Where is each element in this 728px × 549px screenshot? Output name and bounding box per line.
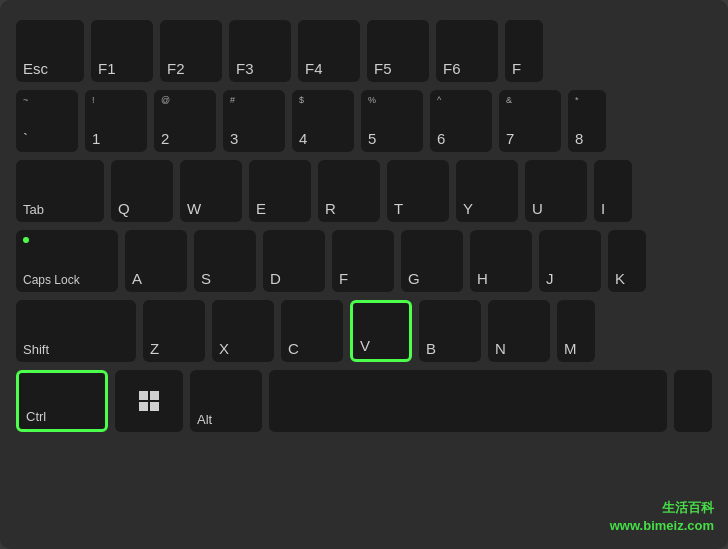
svg-rect-2	[139, 402, 148, 411]
key-m-partial[interactable]: M	[557, 300, 595, 362]
watermark: 生活百科 www.bimeiz.com	[610, 499, 714, 535]
key-2[interactable]: @ 2	[154, 90, 216, 152]
key-f7-partial[interactable]: F	[505, 20, 543, 82]
qwerty-key-row: Tab Q W E R T Y U I	[16, 160, 712, 222]
caps-lock-indicator	[23, 237, 29, 243]
key-f2[interactable]: F2	[160, 20, 222, 82]
key-f6[interactable]: F6	[436, 20, 498, 82]
key-f3[interactable]: F3	[229, 20, 291, 82]
key-x[interactable]: X	[212, 300, 274, 362]
key-f1[interactable]: F1	[91, 20, 153, 82]
key-4[interactable]: $ 4	[292, 90, 354, 152]
key-alt[interactable]: Alt	[190, 370, 262, 432]
key-tab[interactable]: Tab	[16, 160, 104, 222]
key-1[interactable]: ! 1	[85, 90, 147, 152]
key-backtick[interactable]: ~ `	[16, 90, 78, 152]
key-a[interactable]: A	[125, 230, 187, 292]
key-ctrl[interactable]: Ctrl	[16, 370, 108, 432]
key-e[interactable]: E	[249, 160, 311, 222]
watermark-line2: www.bimeiz.com	[610, 517, 714, 535]
key-y[interactable]: Y	[456, 160, 518, 222]
key-5[interactable]: % 5	[361, 90, 423, 152]
key-space[interactable]	[269, 370, 667, 432]
key-v[interactable]: V	[350, 300, 412, 362]
svg-rect-3	[150, 402, 159, 411]
key-r[interactable]: R	[318, 160, 380, 222]
key-3[interactable]: # 3	[223, 90, 285, 152]
key-caps-lock[interactable]: Caps Lock	[16, 230, 118, 292]
watermark-line1: 生活百科	[610, 499, 714, 517]
key-d[interactable]: D	[263, 230, 325, 292]
number-key-row: ~ ` ! 1 @ 2 # 3 $ 4 % 5 ^ 6 & 7	[16, 90, 712, 152]
asdf-key-row: Caps Lock A S D F G H J K	[16, 230, 712, 292]
bottom-key-row: Ctrl Alt	[16, 370, 712, 432]
key-8-partial[interactable]: * 8	[568, 90, 606, 152]
fn-key-row: Esc F1 F2 F3 F4 F5 F6 F	[16, 20, 712, 82]
key-c[interactable]: C	[281, 300, 343, 362]
key-7[interactable]: & 7	[499, 90, 561, 152]
key-i-partial[interactable]: I	[594, 160, 632, 222]
key-n[interactable]: N	[488, 300, 550, 362]
svg-rect-1	[150, 391, 159, 400]
key-u[interactable]: U	[525, 160, 587, 222]
key-6[interactable]: ^ 6	[430, 90, 492, 152]
key-z[interactable]: Z	[143, 300, 205, 362]
key-shift-left[interactable]: Shift	[16, 300, 136, 362]
key-t[interactable]: T	[387, 160, 449, 222]
key-w[interactable]: W	[180, 160, 242, 222]
key-q[interactable]: Q	[111, 160, 173, 222]
key-right-partial[interactable]	[674, 370, 712, 432]
keyboard: Esc F1 F2 F3 F4 F5 F6 F ~ ` ! 1	[0, 0, 728, 549]
key-h[interactable]: H	[470, 230, 532, 292]
key-win[interactable]	[115, 370, 183, 432]
svg-rect-0	[139, 391, 148, 400]
key-s[interactable]: S	[194, 230, 256, 292]
key-f5[interactable]: F5	[367, 20, 429, 82]
key-g[interactable]: G	[401, 230, 463, 292]
key-esc[interactable]: Esc	[16, 20, 84, 82]
key-j[interactable]: J	[539, 230, 601, 292]
zxcv-key-row: Shift Z X C V B N M	[16, 300, 712, 362]
key-f4[interactable]: F4	[298, 20, 360, 82]
key-b[interactable]: B	[419, 300, 481, 362]
key-k-partial[interactable]: K	[608, 230, 646, 292]
key-f[interactable]: F	[332, 230, 394, 292]
windows-logo-icon	[138, 390, 160, 412]
